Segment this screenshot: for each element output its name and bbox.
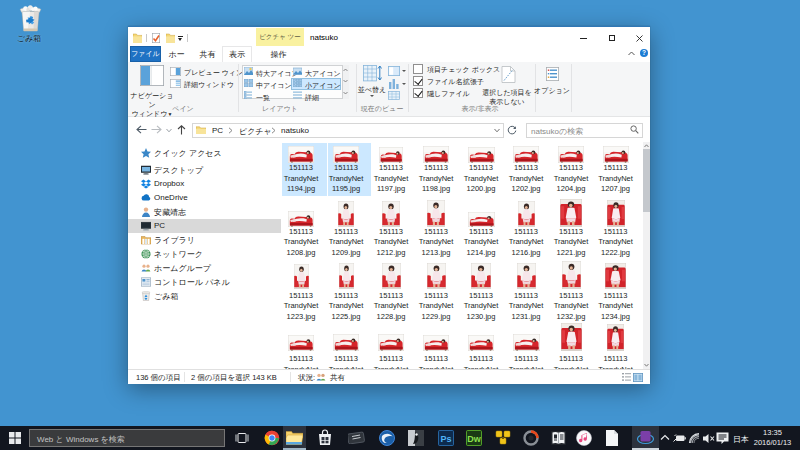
svg-text:Ps: Ps: [440, 433, 451, 443]
svg-text:Dw: Dw: [467, 433, 481, 443]
